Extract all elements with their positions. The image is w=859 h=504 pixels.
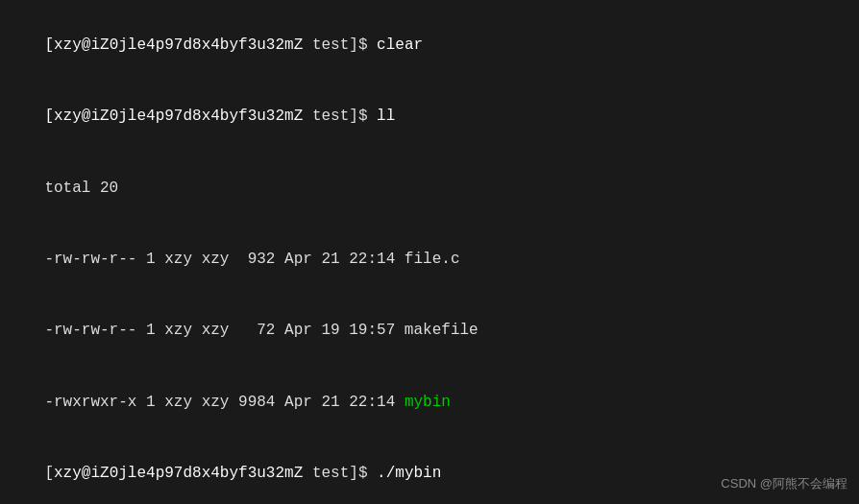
command-mybin: ./mybin: [377, 465, 441, 482]
prompt-bracket: [: [44, 36, 54, 54]
file-entry-makefile: -rw-rw-r-- 1 xzy xzy 72 Apr 19 19:57 mak…: [44, 322, 478, 339]
terminal-line-7: [xzy@iZ0jle4p97d8x4byf3u32mZ test]$ ./my…: [8, 438, 851, 504]
terminal: [xzy@iZ0jle4p97d8x4byf3u32mZ test]$ clea…: [0, 0, 859, 504]
command-ll: ll: [377, 108, 395, 125]
terminal-line-4: -rw-rw-r-- 1 xzy xzy 932 Apr 21 22:14 fi…: [8, 224, 851, 295]
watermark: CSDN @阿熊不会编程: [721, 475, 847, 492]
terminal-line-6: -rwxrwxr-x 1 xzy xzy 9984 Apr 21 22:14 m…: [8, 367, 851, 438]
output-total: total 20: [44, 180, 118, 197]
terminal-line-1: [xzy@iZ0jle4p97d8x4byf3u32mZ test]$ clea…: [8, 10, 851, 81]
file-entry-mybin-prefix: -rwxrwxr-x 1 xzy xzy 9984 Apr 21 22:14: [44, 394, 404, 411]
file-entry-mybin-name: mybin: [405, 394, 451, 411]
file-entry-filec: -rw-rw-r-- 1 xzy xzy 932 Apr 21 22:14 fi…: [44, 251, 459, 268]
prompt-host: iZ0jle4p97d8x4byf3u32mZ: [90, 36, 303, 54]
command-clear: clear: [377, 36, 423, 54]
terminal-line-5: -rw-rw-r-- 1 xzy xzy 72 Apr 19 19:57 mak…: [8, 296, 851, 367]
prompt-user: xzy: [54, 36, 82, 54]
terminal-line-3: total 20: [8, 153, 851, 224]
terminal-line-2: [xzy@iZ0jle4p97d8x4byf3u32mZ test]$ ll: [8, 81, 851, 152]
